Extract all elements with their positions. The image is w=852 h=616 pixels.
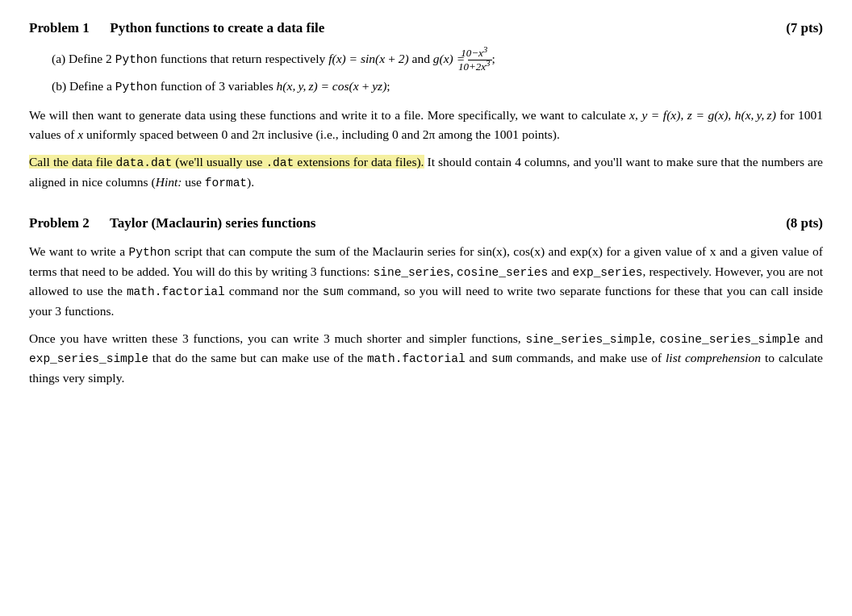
page-content: Problem 1 Python functions to create a d…	[29, 18, 823, 388]
p2-cosine-series: cosine_series	[457, 266, 548, 279]
problem1-subtitle: Python functions to create a data file	[110, 20, 324, 35]
partb-end: ;	[386, 79, 390, 93]
problem1-title-text: Problem 1	[29, 20, 90, 35]
problem2-pts: (8 pts)	[786, 213, 823, 234]
problem2-section: Problem 2 Taylor (Maclaurin) series func…	[29, 213, 823, 388]
parta-mathg: g(x) = 10−x310+2x3	[433, 52, 492, 65]
problem2-body1: We want to write a Python script that ca…	[29, 242, 823, 320]
p2-sum-cmd2: sum	[491, 352, 512, 365]
parta-prefix: (a) Define 2	[52, 52, 115, 65]
problem1-header: Problem 1 Python functions to create a d…	[29, 18, 823, 39]
hint-label: Hint:	[156, 175, 182, 189]
body2-code2: .dat	[265, 156, 294, 169]
partb-math: h(x, y, z) = cos(x + yz)	[277, 79, 387, 93]
p2-math-factorial: math.factorial	[127, 285, 225, 298]
problem1-body2: Call the data file data.dat (we'll usual…	[29, 152, 823, 192]
highlighted-text: Call the data file data.dat (we'll usual…	[29, 155, 424, 169]
problem1-body1: We will then want to generate data using…	[29, 106, 823, 144]
problem1-pts: (7 pts)	[786, 18, 823, 39]
body2-format-code: format	[205, 177, 247, 189]
problem1-title: Problem 1 Python functions to create a d…	[29, 18, 324, 39]
body1-math: x, y = f(x), z = g(x), h(x, y, z)	[629, 108, 776, 122]
partb-code: Python	[115, 81, 157, 94]
partb-prefix: (b) Define a	[52, 79, 115, 93]
problem1-section: Problem 1 Python functions to create a d…	[29, 18, 823, 192]
p2-cosine-simple: cosine_series_simple	[660, 333, 800, 346]
parta-text1: functions that return respectively	[157, 52, 328, 65]
problem2-header: Problem 2 Taylor (Maclaurin) series func…	[29, 213, 823, 234]
p2-sine-simple: sine_series_simple	[525, 333, 652, 346]
problem1-part-a: (a) Define 2 Python functions that retur…	[52, 47, 823, 73]
problem1-part-b: (b) Define a Python function of 3 variab…	[52, 77, 823, 96]
problem2-subtitle: Taylor (Maclaurin) series functions	[110, 215, 315, 231]
partb-text: function of 3 variables	[157, 79, 277, 93]
p2-sum-cmd: sum	[323, 285, 344, 298]
p2-exp-simple: exp_series_simple	[29, 352, 148, 365]
p2-code-python: Python	[129, 246, 171, 259]
body1-x: x	[77, 127, 83, 141]
problem2-title: Problem 2 Taylor (Maclaurin) series func…	[29, 213, 315, 234]
p2-list-comp: list comprehension	[666, 351, 761, 364]
problem1-subparts: (a) Define 2 Python functions that retur…	[29, 47, 823, 96]
p2-sine-series: sine_series	[374, 266, 451, 279]
parta-end: ;	[492, 52, 495, 65]
problem2-body2: Once you have written these 3 functions,…	[29, 329, 823, 388]
parta-and: and	[409, 52, 433, 65]
body2-code1: data.dat	[115, 156, 172, 169]
problem2-title-text: Problem 2	[29, 215, 90, 231]
parta-code: Python	[115, 53, 157, 66]
p2-math-factorial2: math.factorial	[367, 352, 466, 365]
p2-exp-series: exp_series	[573, 266, 643, 279]
parta-mathf: f(x) = sin(x + 2)	[328, 52, 408, 65]
